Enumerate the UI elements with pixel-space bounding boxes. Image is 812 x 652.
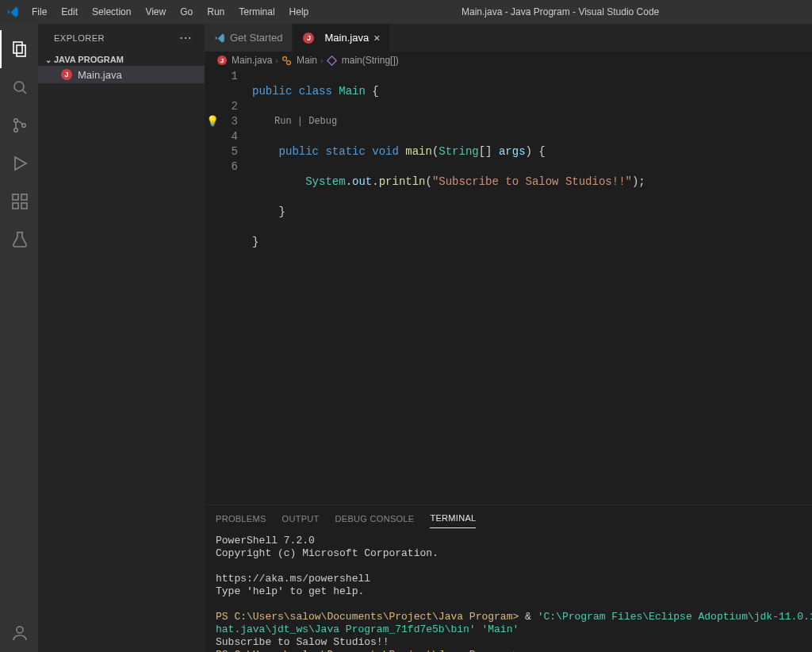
file-tree-item[interactable]: J Main.java [38,66,205,83]
menu-view[interactable]: View [139,3,172,21]
editor-area: Get Started J Main.java × J Main.java › … [205,24,812,652]
terminal[interactable]: PowerShell 7.2.0 Copyright (c) Microsoft… [205,531,812,652]
svg-point-13 [17,627,23,633]
java-file-icon: J [217,56,227,65]
line-numbers: 1 2 3 4 5 6 [220,69,252,504]
svg-point-2 [14,82,24,91]
svg-rect-10 [21,203,27,209]
activity-bar [0,24,38,652]
panel-tab-debug-console[interactable]: DEBUG CONSOLE [335,509,415,528]
svg-rect-0 [13,42,22,53]
file-label: Main.java [78,69,122,81]
svg-rect-16 [327,56,335,64]
svg-rect-8 [13,194,18,200]
chevron-right-icon: › [320,56,324,65]
svg-point-5 [14,128,18,132]
breadcrumb-class[interactable]: Main [297,55,317,66]
menu-file[interactable]: File [25,3,53,21]
explorer-icon[interactable] [0,30,38,68]
vscode-logo-icon [6,6,19,18]
svg-rect-1 [17,45,25,56]
svg-rect-11 [21,194,27,200]
run-debug-icon[interactable] [0,144,38,182]
menu-bar: File Edit Selection View Go Run Terminal… [25,3,315,21]
menu-selection[interactable]: Selection [86,3,137,21]
folder-name: JAVA PROGRAM [54,55,124,64]
close-icon[interactable]: × [373,32,380,44]
editor-tabs: Get Started J Main.java × [205,24,812,52]
tab-label: Main.java [324,32,369,44]
codelens-debug[interactable]: Debug [308,116,337,127]
chevron-right-icon: › [275,56,278,65]
menu-go[interactable]: Go [174,3,199,21]
breadcrumb[interactable]: J Main.java › Main › main(String[]) [205,52,812,69]
breadcrumb-method[interactable]: main(String[]) [342,55,399,66]
panel-tab-problems[interactable]: PROBLEMS [216,509,266,528]
svg-rect-9 [13,203,18,209]
testing-icon[interactable] [0,221,38,259]
lightbulb-icon[interactable]: 💡 [205,114,220,129]
java-file-icon: J [302,32,315,44]
tab-main-java[interactable]: J Main.java × [293,24,390,52]
explorer-sidebar: EXPLORER ⋯ ⌄ JAVA PROGRAM J Main.java [38,24,205,652]
source-control-icon[interactable] [0,106,38,144]
menu-edit[interactable]: Edit [55,3,84,21]
sidebar-title: EXPLORER [54,33,179,43]
tab-label: Get Started [230,32,282,44]
svg-marker-7 [15,157,26,170]
account-icon[interactable] [0,614,38,652]
tab-get-started[interactable]: Get Started [205,24,293,52]
method-icon [327,56,337,66]
vscode-icon [214,33,225,44]
class-icon [282,56,292,66]
panel-tabs: PROBLEMS OUTPUT DEBUG CONSOLE TERMINAL [205,505,812,531]
svg-point-14 [283,56,287,60]
menu-terminal[interactable]: Terminal [232,3,281,21]
java-file-icon: J [60,68,73,81]
panel-tab-output[interactable]: OUTPUT [282,509,320,528]
svg-point-4 [14,119,18,123]
menu-run[interactable]: Run [201,3,231,21]
svg-point-15 [287,60,291,64]
bottom-panel: PROBLEMS OUTPUT DEBUG CONSOLE TERMINAL P… [205,504,812,652]
window-title: Main.java - Java Program - Visual Studio… [315,6,806,17]
chevron-down-icon: ⌄ [43,56,54,64]
sidebar-header: EXPLORER ⋯ [38,24,205,52]
menu-help[interactable]: Help [283,3,316,21]
code-editor[interactable]: 💡 1 2 3 4 5 6 public class Main { Run | … [205,69,812,504]
extensions-icon[interactable] [0,182,38,221]
panel-tab-terminal[interactable]: TERMINAL [430,508,476,528]
codelens-run[interactable]: Run [274,116,292,127]
breadcrumb-file[interactable]: Main.java [232,55,272,66]
folder-header[interactable]: ⌄ JAVA PROGRAM [38,53,205,66]
sidebar-more-icon[interactable]: ⋯ [179,30,193,45]
titlebar: File Edit Selection View Go Run Terminal… [0,0,812,24]
svg-line-3 [23,90,27,94]
search-icon[interactable] [0,68,38,106]
